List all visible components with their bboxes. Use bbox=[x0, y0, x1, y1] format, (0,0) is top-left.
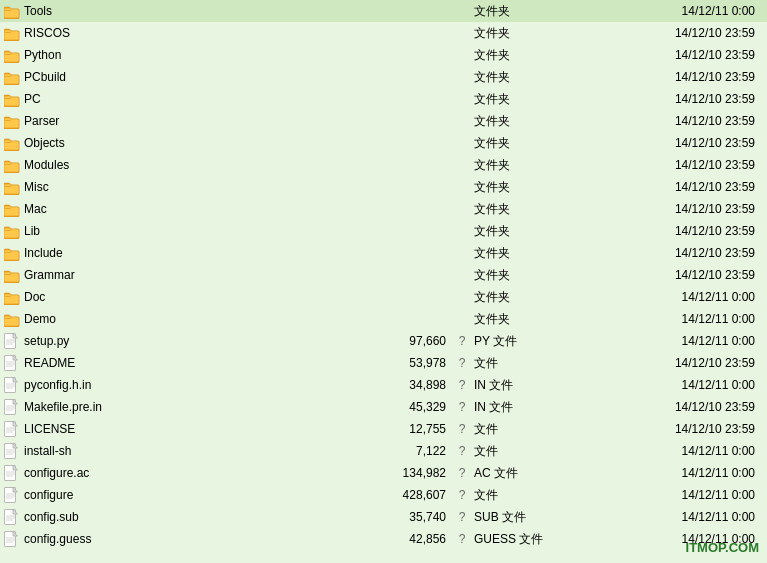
table-row[interactable]: Demo 文件夹 14/12/11 0:00 bbox=[0, 308, 767, 330]
file-list: Tools 文件夹 14/12/11 0:00 RISCOS 文件夹 14/12… bbox=[0, 0, 767, 550]
file-type-cell: 文件 bbox=[470, 421, 550, 438]
file-name-label: Objects bbox=[24, 136, 65, 150]
table-row[interactable]: pyconfig.h.in 34,898 ? IN 文件 14/12/11 0:… bbox=[0, 374, 767, 396]
folder-icon bbox=[4, 269, 20, 283]
file-type-cell: 文件夹 bbox=[470, 157, 550, 174]
file-date-cell: 14/12/11 0:00 bbox=[550, 334, 763, 348]
file-size-cell: 97,660 bbox=[374, 334, 454, 348]
file-name-label: config.sub bbox=[24, 510, 79, 524]
file-date-cell: 14/12/11 0:00 bbox=[550, 378, 763, 392]
table-row[interactable]: Tools 文件夹 14/12/11 0:00 bbox=[0, 0, 767, 22]
table-row[interactable]: Parser 文件夹 14/12/10 23:59 bbox=[0, 110, 767, 132]
file-name-label: Tools bbox=[24, 4, 52, 18]
file-name-label: Parser bbox=[24, 114, 59, 128]
file-type-cell: 文件夹 bbox=[470, 289, 550, 306]
table-row[interactable]: configure 428,607 ? 文件 14/12/11 0:00 bbox=[0, 484, 767, 506]
file-name-label: Modules bbox=[24, 158, 69, 172]
file-icon bbox=[4, 421, 20, 437]
file-question-cell: ? bbox=[454, 532, 470, 546]
file-icon bbox=[4, 377, 20, 393]
file-name-label: Mac bbox=[24, 202, 47, 216]
table-row[interactable]: Modules 文件夹 14/12/10 23:59 bbox=[0, 154, 767, 176]
folder-icon bbox=[4, 313, 20, 327]
svg-rect-11 bbox=[4, 52, 11, 55]
file-name-label: Makefile.pre.in bbox=[24, 400, 102, 414]
svg-rect-15 bbox=[4, 74, 11, 77]
file-icon bbox=[4, 399, 20, 415]
file-date-cell: 14/12/11 0:00 bbox=[550, 510, 763, 524]
table-row[interactable]: setup.py 97,660 ? PY 文件 14/12/11 0:00 bbox=[0, 330, 767, 352]
file-date-cell: 14/12/10 23:59 bbox=[550, 158, 763, 172]
file-date-cell: 14/12/10 23:59 bbox=[550, 136, 763, 150]
file-icon bbox=[4, 531, 20, 547]
file-icon bbox=[4, 465, 20, 481]
table-row[interactable]: PCbuild 文件夹 14/12/10 23:59 bbox=[0, 66, 767, 88]
file-date-cell: 14/12/10 23:59 bbox=[550, 202, 763, 216]
file-name-cell: configure.ac bbox=[4, 465, 374, 481]
file-size-cell: 45,329 bbox=[374, 400, 454, 414]
file-icon bbox=[4, 355, 20, 371]
file-icon bbox=[4, 333, 20, 349]
file-date-cell: 14/12/10 23:59 bbox=[550, 246, 763, 260]
table-row[interactable]: install-sh 7,122 ? 文件 14/12/11 0:00 bbox=[0, 440, 767, 462]
table-row[interactable]: Doc 文件夹 14/12/11 0:00 bbox=[0, 286, 767, 308]
file-question-cell: ? bbox=[454, 400, 470, 414]
file-type-cell: 文件 bbox=[470, 443, 550, 460]
svg-rect-55 bbox=[4, 294, 11, 297]
file-type-cell: 文件夹 bbox=[470, 223, 550, 240]
table-row[interactable]: PC 文件夹 14/12/10 23:59 bbox=[0, 88, 767, 110]
table-row[interactable]: Misc 文件夹 14/12/10 23:59 bbox=[0, 176, 767, 198]
file-type-cell: 文件夹 bbox=[470, 91, 550, 108]
file-type-cell: 文件夹 bbox=[470, 3, 550, 20]
table-row[interactable]: RISCOS 文件夹 14/12/10 23:59 bbox=[0, 22, 767, 44]
file-name-label: Misc bbox=[24, 180, 49, 194]
file-size-cell: 7,122 bbox=[374, 444, 454, 458]
table-row[interactable]: configure.ac 134,982 ? AC 文件 14/12/11 0:… bbox=[0, 462, 767, 484]
folder-icon bbox=[4, 137, 20, 151]
svg-rect-47 bbox=[4, 250, 11, 253]
svg-rect-27 bbox=[4, 140, 11, 143]
file-date-cell: 14/12/11 0:00 bbox=[550, 290, 763, 304]
table-row[interactable]: Mac 文件夹 14/12/10 23:59 bbox=[0, 198, 767, 220]
file-date-cell: 14/12/10 23:59 bbox=[550, 224, 763, 238]
file-type-cell: 文件夹 bbox=[470, 135, 550, 152]
file-date-cell: 14/12/10 23:59 bbox=[550, 180, 763, 194]
folder-icon bbox=[4, 181, 20, 195]
table-row[interactable]: Grammar 文件夹 14/12/10 23:59 bbox=[0, 264, 767, 286]
table-row[interactable]: Lib 文件夹 14/12/10 23:59 bbox=[0, 220, 767, 242]
file-date-cell: 14/12/11 0:00 bbox=[550, 312, 763, 326]
file-date-cell: 14/12/10 23:59 bbox=[550, 70, 763, 84]
table-row[interactable]: Include 文件夹 14/12/10 23:59 bbox=[0, 242, 767, 264]
file-name-label: PC bbox=[24, 92, 41, 106]
file-name-label: Doc bbox=[24, 290, 45, 304]
file-question-cell: ? bbox=[454, 510, 470, 524]
file-type-cell: IN 文件 bbox=[470, 399, 550, 416]
file-date-cell: 14/12/10 23:59 bbox=[550, 400, 763, 414]
folder-icon bbox=[4, 159, 20, 173]
file-name-cell: Include bbox=[4, 246, 374, 261]
table-row[interactable]: README 53,978 ? 文件 14/12/10 23:59 bbox=[0, 352, 767, 374]
table-row[interactable]: Objects 文件夹 14/12/10 23:59 bbox=[0, 132, 767, 154]
file-name-label: setup.py bbox=[24, 334, 69, 348]
svg-rect-39 bbox=[4, 206, 11, 209]
file-name-label: RISCOS bbox=[24, 26, 70, 40]
folder-icon bbox=[4, 71, 20, 85]
file-name-cell: LICENSE bbox=[4, 421, 374, 437]
table-row[interactable]: Python 文件夹 14/12/10 23:59 bbox=[0, 44, 767, 66]
file-type-cell: 文件夹 bbox=[470, 311, 550, 328]
file-name-label: Python bbox=[24, 48, 61, 62]
table-row[interactable]: Makefile.pre.in 45,329 ? IN 文件 14/12/10 … bbox=[0, 396, 767, 418]
file-name-cell: Parser bbox=[4, 114, 374, 129]
folder-icon bbox=[4, 203, 20, 217]
file-name-label: Include bbox=[24, 246, 63, 260]
table-row[interactable]: config.guess 42,856 ? GUESS 文件 14/12/11 … bbox=[0, 528, 767, 550]
svg-rect-59 bbox=[4, 316, 11, 319]
file-name-cell: PC bbox=[4, 92, 374, 107]
file-type-cell: AC 文件 bbox=[470, 465, 550, 482]
file-name-cell: config.sub bbox=[4, 509, 374, 525]
table-row[interactable]: config.sub 35,740 ? SUB 文件 14/12/11 0:00 bbox=[0, 506, 767, 528]
svg-rect-3 bbox=[4, 8, 11, 11]
table-row[interactable]: LICENSE 12,755 ? 文件 14/12/10 23:59 bbox=[0, 418, 767, 440]
file-type-cell: 文件夹 bbox=[470, 113, 550, 130]
file-type-cell: GUESS 文件 bbox=[470, 531, 550, 548]
